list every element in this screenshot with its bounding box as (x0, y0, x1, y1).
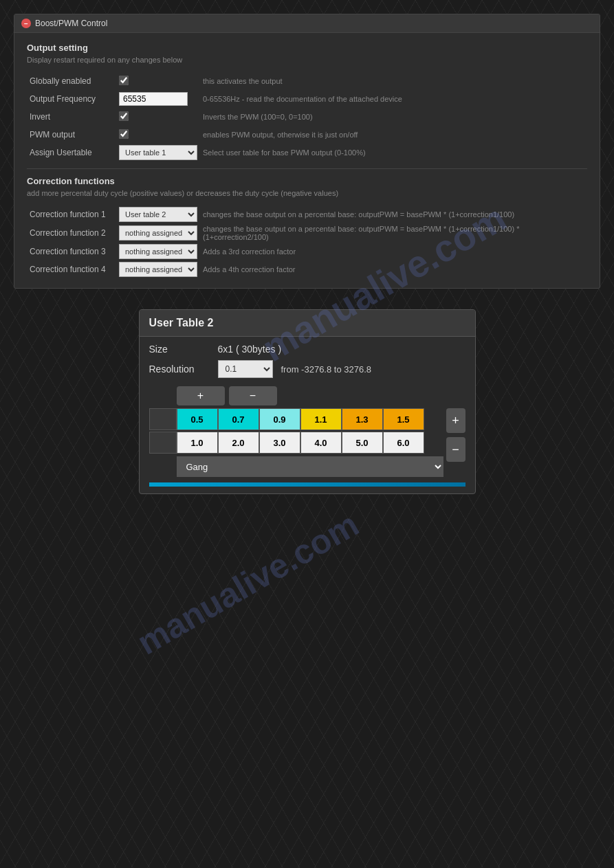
panel-title: Boost/PWM Control (35, 19, 107, 28)
output-freq-label: Output Frequency (27, 90, 116, 108)
user-table-container: User Table 2 Size 6x1 ( 30bytes ) Resolu… (14, 309, 600, 494)
correction-func1-control: User table 2 nothing assigned User table… (116, 205, 200, 223)
correction-table: Correction function 1 User table 2 nothi… (27, 205, 587, 278)
output-setting-section: Output setting Display restart required … (27, 43, 587, 162)
assign-usertable-desc: Select user table for base PWM output (0… (200, 144, 587, 162)
invert-label: Invert (27, 108, 116, 126)
pwm-output-control (116, 126, 200, 144)
add-remove-buttons: + − (177, 386, 443, 405)
size-row: Size 6x1 ( 30bytes ) (149, 344, 465, 355)
output-settings-table: Globally enabled this activates the outp… (27, 72, 587, 162)
cell-1-2[interactable]: 0.7 (218, 408, 259, 430)
user-table-title: User Table 2 (149, 317, 465, 329)
data-row-2: 1.0 2.0 3.0 4.0 5.0 6.0 (149, 432, 443, 454)
globally-enabled-control (116, 72, 200, 90)
correction-func4-select[interactable]: nothing assigned User table 1 User table… (119, 262, 197, 277)
globally-enabled-label: Globally enabled (27, 72, 116, 90)
cell-1-3[interactable]: 0.9 (259, 408, 300, 430)
invert-checkbox[interactable] (119, 111, 129, 121)
correction-func1-desc: changes the base output on a percental b… (200, 205, 587, 223)
panel-body: Output setting Display restart required … (14, 33, 600, 288)
right-controls: + − (446, 386, 465, 477)
cell-1-4[interactable]: 1.1 (300, 408, 342, 430)
row-header-1 (149, 408, 177, 430)
correction-func3-label: Correction function 3 (27, 243, 116, 260)
size-value: 6x1 ( 30bytes ) (218, 344, 282, 355)
cell-1-1[interactable]: 0.5 (177, 408, 218, 430)
output-freq-input[interactable] (119, 92, 188, 106)
bottom-border (149, 482, 465, 487)
output-setting-title: Output setting (27, 43, 587, 53)
cell-2-1[interactable]: 1.0 (177, 432, 218, 454)
section-divider (27, 168, 587, 169)
resolution-label: Resolution (149, 364, 218, 375)
remove-column-button[interactable]: − (229, 386, 277, 405)
correction-func3-select[interactable]: nothing assigned User table 1 User table… (119, 244, 197, 259)
correction-func2-label: Correction function 2 (27, 223, 116, 243)
correction-func3-desc: Adds a 3rd correction factor (200, 243, 587, 260)
invert-row: Invert Inverts the PWM (100=0, 0=100) (27, 108, 587, 126)
globally-enabled-desc: this activates the output (200, 72, 587, 90)
main-grid: + − 0.5 0.7 0.9 1.1 1.3 1 (149, 386, 443, 477)
row-header-2 (149, 432, 177, 454)
correction-func1-select[interactable]: User table 2 nothing assigned User table… (119, 207, 197, 222)
correction-func1-row: Correction function 1 User table 2 nothi… (27, 205, 587, 223)
output-setting-subtitle: Display restart required on any changes … (27, 56, 587, 64)
assign-usertable-row: Assign Usertable User table 1 User table… (27, 144, 587, 162)
correction-func4-control: nothing assigned User table 1 User table… (116, 260, 200, 278)
correction-func4-label: Correction function 4 (27, 260, 116, 278)
correction-title: Correction functions (27, 176, 587, 186)
correction-func2-row: Correction function 2 nothing assigned U… (27, 223, 587, 243)
size-label: Size (149, 344, 218, 355)
output-freq-control (116, 90, 200, 108)
correction-func4-row: Correction function 4 nothing assigned U… (27, 260, 587, 278)
correction-subtitle: add more percental duty cycle (positive … (27, 189, 587, 197)
invert-control (116, 108, 200, 126)
assign-usertable-select[interactable]: User table 1 User table 2 User table 3 n… (119, 145, 197, 160)
correction-func3-row: Correction function 3 nothing assigned U… (27, 243, 587, 260)
gang-row: Gang Single (149, 456, 443, 477)
data-row-1: 0.5 0.7 0.9 1.1 1.3 1.5 (149, 408, 443, 430)
correction-func3-control: nothing assigned User table 1 User table… (116, 243, 200, 260)
correction-func1-label: Correction function 1 (27, 205, 116, 223)
user-table-header: User Table 2 (140, 310, 475, 337)
cell-2-4[interactable]: 4.0 (300, 432, 342, 454)
correction-func2-desc: changes the base output on a percental b… (200, 223, 587, 243)
range-text: from -3276.8 to 3276.8 (281, 364, 372, 375)
add-row-button[interactable]: + (446, 408, 465, 433)
cell-2-2[interactable]: 2.0 (218, 432, 259, 454)
grid-area: + − 0.5 0.7 0.9 1.1 1.3 1 (149, 386, 465, 477)
gang-select[interactable]: Gang Single (177, 456, 443, 477)
cell-2-3[interactable]: 3.0 (259, 432, 300, 454)
pwm-output-label: PWM output (27, 126, 116, 144)
pwm-output-row: PWM output enables PWM output, otherwise… (27, 126, 587, 144)
gang-spacer (149, 456, 177, 477)
correction-functions-section: Correction functions add more percental … (27, 176, 587, 278)
panel-collapse-icon[interactable]: − (21, 19, 31, 28)
pwm-output-desc: enables PWM output, otherwise it is just… (200, 126, 587, 144)
cell-1-5[interactable]: 1.3 (342, 408, 383, 430)
globally-enabled-row: Globally enabled this activates the outp… (27, 72, 587, 90)
invert-desc: Inverts the PWM (100=0, 0=100) (200, 108, 587, 126)
globally-enabled-checkbox[interactable] (119, 76, 129, 85)
cell-2-6[interactable]: 6.0 (383, 432, 424, 454)
user-table-2-panel: User Table 2 Size 6x1 ( 30bytes ) Resolu… (139, 309, 476, 494)
boost-pwm-panel: − Boost/PWM Control Output setting Displ… (14, 14, 600, 289)
remove-row-button[interactable]: − (446, 437, 465, 462)
pwm-output-checkbox[interactable] (119, 129, 129, 139)
user-table-body: Size 6x1 ( 30bytes ) Resolution 0.1 0.5 … (140, 337, 475, 493)
add-column-button[interactable]: + (177, 386, 225, 405)
assign-usertable-control: User table 1 User table 2 User table 3 n… (116, 144, 200, 162)
panel-title-bar: − Boost/PWM Control (14, 14, 600, 33)
correction-func4-desc: Adds a 4th correction factor (200, 260, 587, 278)
assign-usertable-label: Assign Usertable (27, 144, 116, 162)
output-freq-desc: 0-65536Hz - read the documentation of th… (200, 90, 587, 108)
output-freq-row: Output Frequency 0-65536Hz - read the do… (27, 90, 587, 108)
correction-func2-select[interactable]: nothing assigned User table 1 User table… (119, 225, 197, 241)
resolution-select[interactable]: 0.1 0.5 1.0 2.0 (218, 360, 273, 378)
cell-1-6[interactable]: 1.5 (383, 408, 424, 430)
cell-2-5[interactable]: 5.0 (342, 432, 383, 454)
correction-func2-control: nothing assigned User table 1 User table… (116, 223, 200, 243)
resolution-row: Resolution 0.1 0.5 1.0 2.0 from -3276.8 … (149, 360, 465, 378)
